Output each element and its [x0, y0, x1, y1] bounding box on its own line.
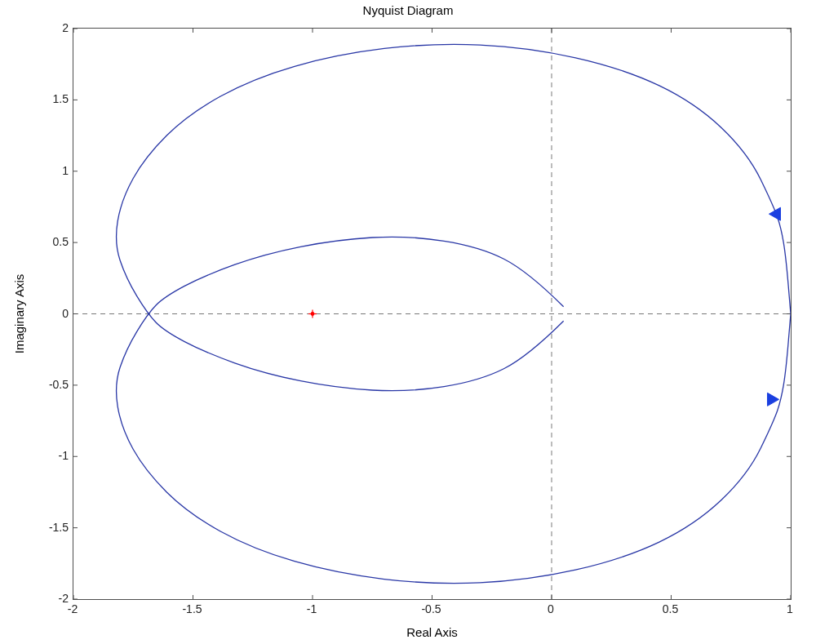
y-tick-label: -1	[33, 449, 69, 462]
nyquist-curve	[117, 237, 791, 583]
y-axis-label: Imaginary Axis	[11, 28, 28, 600]
y-tick-label: 0	[33, 307, 69, 320]
chart-title: Nyquist Diagram	[0, 3, 816, 17]
x-tick-label: -2	[68, 602, 78, 615]
y-tick-label: -2	[33, 592, 69, 605]
figure: Nyquist Diagram Imaginary Axis Real Axis…	[0, 0, 816, 644]
x-tick-label: 0	[548, 602, 554, 615]
critical-point-dot	[311, 312, 315, 316]
x-tick-label: 0.5	[663, 602, 678, 615]
y-tick-label: 2	[33, 21, 69, 34]
x-tick-label: -0.5	[421, 602, 441, 615]
y-tick-label: -1.5	[33, 521, 69, 534]
y-tick-label: 0.5	[33, 235, 69, 248]
y-tick-label: 1.5	[33, 92, 69, 105]
plot-svg	[73, 29, 791, 599]
y-tick-label: 1	[33, 164, 69, 177]
nyquist-curve	[117, 44, 791, 390]
x-axis-label: Real Axis	[73, 625, 792, 639]
x-tick-label: 1	[787, 602, 793, 615]
axes	[73, 28, 792, 600]
direction-arrow-icon	[767, 393, 778, 406]
x-tick-label: -1.5	[182, 602, 202, 615]
x-tick-label: -1	[307, 602, 317, 615]
y-tick-label: -0.5	[33, 378, 69, 391]
